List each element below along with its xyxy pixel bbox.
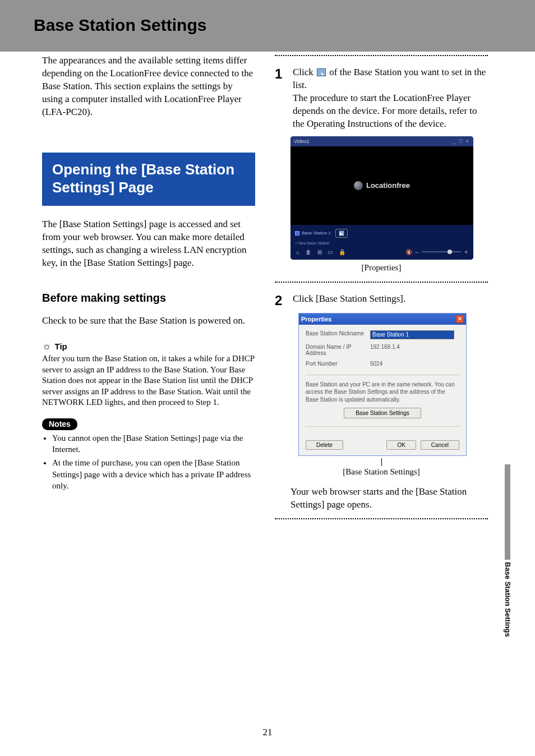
dotted-divider xyxy=(275,282,488,283)
properties-dialog: Properties × Base Station Nickname Domai… xyxy=(298,313,467,457)
home-icon[interactable]: ⌂ xyxy=(296,249,299,255)
base-station-list-item[interactable]: Base Station 1 xyxy=(294,227,470,239)
plus-icon[interactable]: + xyxy=(464,249,468,255)
step-body: Click of the Base Station you want to se… xyxy=(293,66,488,131)
left-column: The appearances and the available settin… xyxy=(42,52,255,494)
properties-icon[interactable] xyxy=(335,229,348,238)
app-lower-panel: Base Station 1 + New Base Station ⌂ 🗑 ⊞ … xyxy=(290,225,473,260)
locationfree-logo-icon xyxy=(354,181,363,190)
bss-button-row: Base Station Settings xyxy=(306,408,459,418)
right-column: 1 Click of the Base Station you want to … xyxy=(275,52,488,519)
step-number: 2 xyxy=(275,293,285,307)
domain-label: Domain Name / IP Address xyxy=(306,344,370,356)
trash-icon[interactable]: 🗑 xyxy=(306,249,311,255)
dialog-body: Base Station Nickname Domain Name / IP A… xyxy=(299,325,466,456)
step1-text-a: Click xyxy=(293,67,316,77)
nickname-input[interactable] xyxy=(370,330,454,339)
dialog-button-bar: Delete OK Cancel xyxy=(306,432,459,450)
notes-item: You cannot open the [Base Station Settin… xyxy=(52,432,255,455)
minus-icon[interactable]: – xyxy=(416,249,419,255)
base-station-icon xyxy=(295,231,299,236)
closing-paragraph: Your web browser starts and the [Base St… xyxy=(290,486,481,511)
tip-row: ☼ Tip xyxy=(42,341,255,351)
side-tab-text: Base Station Settings xyxy=(504,562,512,637)
port-label: Port Number xyxy=(306,361,370,367)
delete-button[interactable]: Delete xyxy=(306,440,343,450)
side-tab-bar xyxy=(505,464,510,560)
dotted-divider xyxy=(275,518,488,519)
toolbar-left: ⌂ 🗑 ⊞ ▭ 🔒 xyxy=(296,249,350,255)
notes-label: Notes xyxy=(42,418,77,430)
check-power-paragraph: Check to be sure that the Base Station i… xyxy=(42,315,255,328)
mute-icon[interactable]: 🔇 xyxy=(405,249,412,255)
domain-value: 192.168.1.4 xyxy=(370,344,400,356)
add-icon[interactable]: ⊞ xyxy=(317,249,322,255)
lightbulb-icon: ☼ xyxy=(42,341,52,351)
port-row: Port Number 5024 xyxy=(306,361,459,367)
add-base-station-link[interactable]: + New Base Station xyxy=(294,239,470,247)
side-tab: Base Station Settings xyxy=(501,464,514,637)
app-title: Video1 xyxy=(294,139,310,144)
domain-row: Domain Name / IP Address 192.168.1.4 xyxy=(306,344,459,356)
step-body: Click [Base Station Settings]. xyxy=(293,293,405,307)
cancel-button[interactable]: Cancel xyxy=(421,440,459,450)
base-station-name: Base Station 1 xyxy=(302,231,331,236)
nickname-label: Base Station Nickname xyxy=(306,330,370,339)
locationfree-window: Video1 _ □ × Locationfree Base Station 1… xyxy=(290,136,473,260)
app-titlebar: Video1 _ □ × xyxy=(290,136,473,146)
tip-label: Tip xyxy=(55,342,67,351)
page-header: Base Station Settings xyxy=(0,0,535,52)
notes-list: You cannot open the [Base Station Settin… xyxy=(52,432,255,491)
properties-icon[interactable] xyxy=(317,68,326,76)
section-paragraph: The [Base Station Settings] page is acce… xyxy=(42,218,255,270)
base-station-settings-button[interactable]: Base Station Settings xyxy=(344,408,421,418)
ok-button[interactable]: OK xyxy=(386,440,416,450)
intro-paragraph: The appearances and the available settin… xyxy=(42,54,255,119)
locationfree-logo-text: Locationfree xyxy=(366,181,410,190)
figure-caption: [Base Station Settings] xyxy=(275,467,488,477)
step-number: 1 xyxy=(275,66,285,131)
callout-line xyxy=(381,458,382,466)
app-toolbar: ⌂ 🗑 ⊞ ▭ 🔒 🔇 – + xyxy=(294,247,470,256)
port-value: 5024 xyxy=(370,361,382,367)
page-number: 21 xyxy=(0,727,535,738)
close-icon[interactable]: × xyxy=(456,315,464,323)
settings-icon[interactable]: ▭ xyxy=(328,249,333,255)
page-title: Base Station Settings xyxy=(34,16,535,35)
dialog-separator xyxy=(306,375,459,375)
step-1: 1 Click of the Base Station you want to … xyxy=(275,66,488,131)
dialog-separator xyxy=(306,426,459,427)
step1-text-c: The procedure to start the LocationFree … xyxy=(293,93,477,129)
dotted-divider xyxy=(275,55,488,56)
step-2: 2 Click [Base Station Settings]. xyxy=(275,293,488,307)
window-controls[interactable]: _ □ × xyxy=(453,139,470,144)
dialog-titlebar: Properties × xyxy=(299,314,466,325)
figure-caption: [Properties] xyxy=(275,263,488,273)
toolbar-right: 🔇 – + xyxy=(405,249,468,255)
volume-slider[interactable] xyxy=(422,251,461,252)
app-canvas: Locationfree xyxy=(290,146,473,225)
subheading-before: Before making settings xyxy=(42,292,255,305)
tip-body: After you turn the Base Station on, it t… xyxy=(42,353,255,408)
section-heading-box: Opening the [Base Station Settings] Page xyxy=(42,153,255,206)
lock-icon[interactable]: 🔒 xyxy=(339,249,345,255)
dialog-message: Base Station and your PC are in the same… xyxy=(306,381,459,404)
nickname-row: Base Station Nickname xyxy=(306,330,459,339)
dialog-title: Properties xyxy=(301,316,331,322)
notes-item: At the time of purchase, you can open th… xyxy=(52,457,255,491)
